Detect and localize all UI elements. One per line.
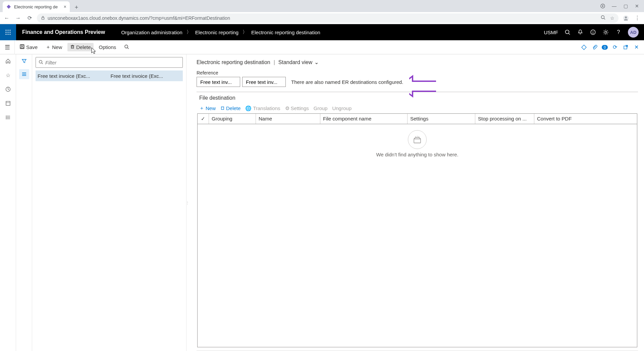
search-icon	[39, 60, 43, 65]
save-icon	[19, 44, 25, 50]
popout-icon[interactable]	[622, 44, 629, 51]
tab-close-icon[interactable]: ×	[64, 4, 66, 9]
options-button[interactable]: Options	[96, 43, 119, 51]
svg-line-18	[569, 34, 570, 35]
options-label: Options	[99, 44, 116, 50]
page-title: Electronic reporting destination	[197, 59, 270, 65]
svg-marker-41	[582, 45, 586, 50]
avatar[interactable]: AD	[628, 27, 639, 38]
svg-point-49	[6, 116, 6, 116]
list-cell: Free text invoice (Exc...	[38, 73, 108, 79]
empty-icon	[408, 130, 427, 149]
col-settings[interactable]: Settings	[408, 114, 475, 124]
grid-header-row: ✓ Grouping Name File component name Sett…	[198, 114, 637, 124]
app-title: Finance and Operations Preview	[16, 29, 111, 35]
svg-point-19	[591, 30, 595, 35]
svg-line-27	[604, 30, 604, 31]
recent-icon[interactable]	[5, 86, 11, 93]
list-item[interactable]: Free text invoice (Exc... Free text invo…	[36, 70, 183, 81]
address-bar[interactable]: usnconeboxax1aos.cloud.onebox.dynamics.c…	[37, 13, 619, 23]
nav-toggle[interactable]: ☰	[0, 40, 15, 54]
reference-field-2[interactable]: Free text inv...	[242, 77, 286, 87]
svg-point-4	[601, 16, 604, 19]
fd-translations-button[interactable]: 🌐Translations	[245, 105, 280, 111]
smiley-icon[interactable]	[590, 29, 596, 36]
browser-tab[interactable]: Electronic reporting de ×	[3, 1, 70, 12]
new-tab-button[interactable]: +	[72, 3, 81, 12]
save-button[interactable]: Save	[17, 43, 40, 52]
reference-note: There are also named ER destinations con…	[291, 79, 403, 85]
svg-point-15	[7, 34, 8, 35]
help-icon[interactable]: ?	[615, 29, 622, 36]
fd-delete-button[interactable]: Delete	[220, 105, 240, 111]
related-icon[interactable]	[580, 44, 588, 51]
chrome-menu-icon[interactable]: ⋮	[633, 14, 641, 22]
app-header: Finance and Operations Preview Organizat…	[0, 24, 644, 40]
svg-point-55	[39, 60, 42, 63]
fd-ungroup-button[interactable]: Ungroup	[332, 105, 352, 111]
chrome-account-icon[interactable]	[600, 4, 605, 8]
window-minimize-icon[interactable]: —	[612, 4, 616, 8]
svg-rect-33	[21, 47, 23, 48]
modules-icon[interactable]	[5, 114, 11, 121]
new-button[interactable]: ＋ New	[43, 43, 65, 52]
plus-icon: ＋	[46, 44, 51, 50]
bell-icon[interactable]	[577, 29, 584, 36]
window-maximize-icon[interactable]: ▢	[623, 4, 628, 8]
close-icon[interactable]: ✕	[633, 44, 640, 51]
search-icon[interactable]	[564, 29, 571, 36]
fd-new-button[interactable]: ＋New	[199, 105, 216, 111]
delete-button[interactable]: Delete	[67, 43, 93, 51]
new-label: New	[52, 44, 62, 50]
star-icon[interactable]: ☆	[5, 72, 11, 79]
window-close-icon[interactable]: ✕	[635, 4, 639, 8]
svg-line-40	[127, 48, 129, 49]
list-view-icon[interactable]	[19, 69, 29, 79]
attachments-icon[interactable]	[591, 44, 598, 51]
svg-point-50	[6, 117, 6, 118]
select-all-checkbox[interactable]: ✓	[198, 114, 209, 124]
company-code[interactable]: USMF	[544, 30, 558, 35]
svg-point-8	[5, 30, 6, 31]
svg-rect-3	[42, 17, 44, 19]
record-list: Free text invoice (Exc... Free text invo…	[36, 70, 183, 81]
filter-rail	[16, 54, 32, 351]
forward-icon[interactable]: →	[14, 14, 22, 22]
breadcrumb-item[interactable]: Electronic reporting destination	[251, 30, 320, 35]
col-convert[interactable]: Convert to PDF	[534, 114, 591, 124]
fd-group-button[interactable]: Group	[314, 105, 328, 111]
filter-icon[interactable]	[21, 58, 28, 64]
filter-input[interactable]	[45, 60, 180, 65]
action-search[interactable]	[121, 43, 132, 52]
workspaces-icon[interactable]	[5, 100, 11, 107]
attachments-count: 0	[602, 45, 608, 50]
url-text: usnconeboxax1aos.cloud.onebox.dynamics.c…	[48, 15, 230, 21]
fd-settings-button[interactable]: ⚙Settings	[285, 105, 309, 111]
breadcrumb-item[interactable]: Electronic reporting	[195, 30, 238, 35]
refresh-icon[interactable]: ⟳	[611, 44, 619, 51]
tab-title: Electronic reporting de	[14, 4, 58, 9]
home-icon[interactable]	[5, 58, 11, 64]
zoom-icon[interactable]	[601, 15, 605, 21]
col-grouping[interactable]: Grouping	[209, 114, 256, 124]
svg-line-30	[607, 30, 608, 31]
reference-field-1[interactable]: Free text inv...	[197, 77, 240, 87]
svg-line-28	[607, 34, 608, 34]
col-name[interactable]: Name	[256, 114, 320, 124]
breadcrumb-item[interactable]: Organization administration	[121, 30, 182, 35]
browser-tab-strip: Electronic reporting de × + — ▢ ✕	[0, 0, 644, 12]
svg-point-17	[566, 30, 569, 34]
col-stop[interactable]: Stop processing on ...	[475, 114, 534, 124]
gear-icon[interactable]	[602, 29, 609, 36]
app-launcher[interactable]	[0, 24, 16, 40]
back-icon[interactable]: ←	[3, 14, 11, 22]
col-file-component[interactable]: File component name	[320, 114, 408, 124]
filter-input-wrap[interactable]	[36, 57, 183, 68]
svg-line-5	[604, 18, 605, 20]
svg-point-22	[605, 31, 607, 33]
waffle-icon	[5, 29, 11, 35]
bookmark-icon[interactable]: ☆	[610, 15, 614, 21]
view-selector[interactable]: Standard view ⌄	[278, 59, 319, 65]
reload-icon[interactable]: ⟳	[25, 14, 34, 22]
profile-icon[interactable]	[622, 14, 630, 22]
